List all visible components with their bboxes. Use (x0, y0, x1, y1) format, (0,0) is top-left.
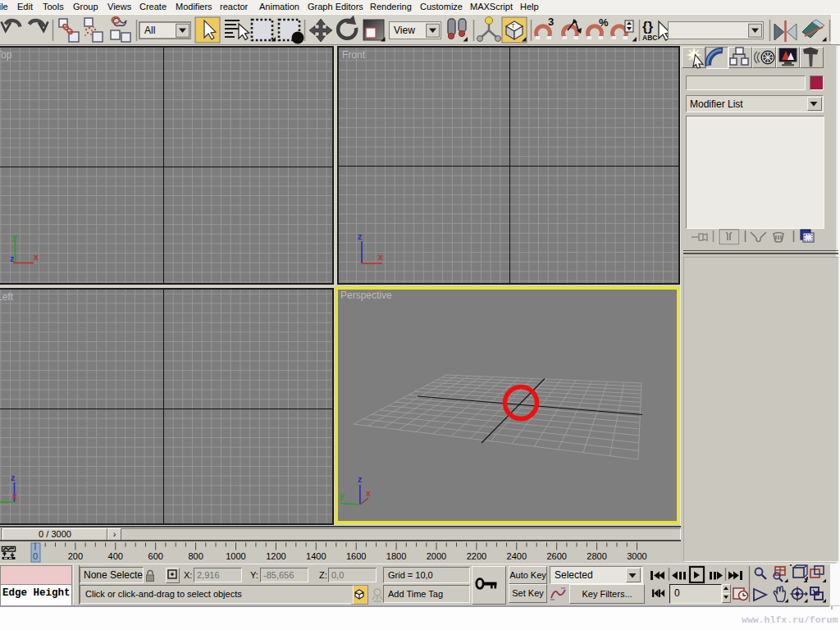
svg-text:{}: {} (642, 19, 654, 34)
svg-text:2200: 2200 (467, 551, 486, 561)
svg-text:x: x (378, 252, 383, 262)
svg-text:z: z (358, 231, 362, 241)
svg-text:z: z (10, 253, 14, 263)
svg-text:ABC: ABC (642, 34, 657, 42)
svg-text:1000: 1000 (226, 551, 245, 561)
svg-text:200: 200 (68, 551, 83, 561)
svg-text:1400: 1400 (306, 551, 326, 561)
svg-text:View: View (394, 25, 415, 36)
svg-text:1200: 1200 (266, 551, 285, 561)
svg-text:x: x (12, 491, 17, 501)
svg-text:%: % (599, 16, 609, 29)
svg-text:800: 800 (188, 551, 203, 561)
svg-text:400: 400 (108, 551, 123, 561)
svg-text:z: z (11, 472, 15, 482)
svg-text:3000: 3000 (627, 551, 646, 561)
svg-text:2600: 2600 (546, 551, 566, 561)
svg-text:1600: 1600 (346, 551, 366, 561)
svg-text:2800: 2800 (587, 551, 606, 561)
svg-text:2400: 2400 (507, 551, 527, 561)
svg-text:0: 0 (33, 551, 38, 561)
svg-text:x: x (34, 252, 39, 262)
svg-text:600: 600 (148, 551, 163, 561)
svg-text:1800: 1800 (386, 551, 406, 561)
svg-text:3: 3 (548, 16, 554, 28)
svg-text:y: y (12, 231, 17, 241)
svg-text:2000: 2000 (427, 551, 446, 561)
svg-text:All: All (144, 25, 155, 36)
svg-text:T: T (511, 22, 515, 30)
